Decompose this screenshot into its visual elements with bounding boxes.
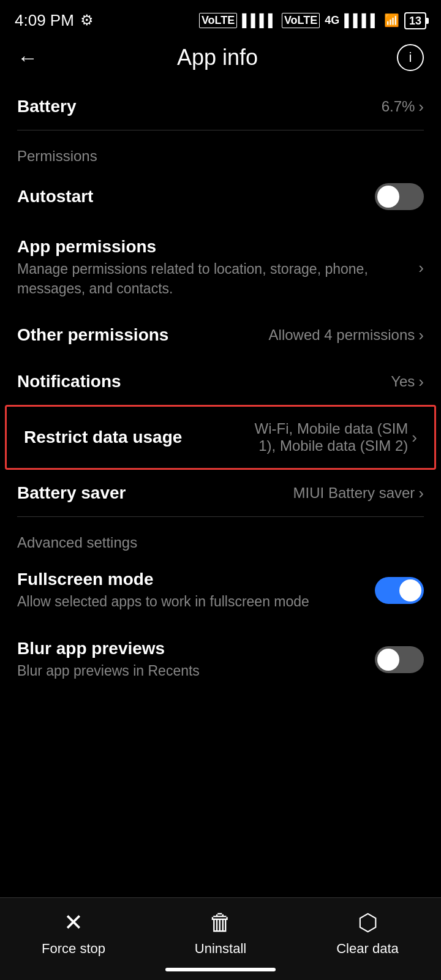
restrict-data-usage-row[interactable]: Restrict data usage Wi-Fi, Mobile data (…: [5, 405, 436, 470]
chevron-right-icon: ›: [418, 326, 424, 345]
blur-app-previews-label: Blur app previews: [17, 639, 375, 658]
battery-icon: 13: [404, 13, 426, 28]
force-stop-icon: ✕: [64, 909, 83, 936]
toggle-knob: [377, 186, 399, 208]
other-permissions-value: Allowed 4 permissions: [269, 326, 415, 344]
app-permissions-sub: Manage permissions related to location, …: [17, 259, 418, 298]
force-stop-button[interactable]: ✕ Force stop: [0, 909, 147, 957]
notifications-value: Yes: [391, 373, 415, 390]
chevron-right-icon: ›: [418, 97, 424, 116]
uninstall-button[interactable]: 🗑 Uninstall: [147, 910, 294, 957]
signal1-icon: ▌▌▌▌: [242, 13, 277, 28]
fullscreen-mode-toggle[interactable]: [375, 577, 424, 604]
wifi-icon: 📶: [384, 13, 399, 28]
fullscreen-mode-label: Fullscreen mode: [17, 570, 375, 589]
bottom-actions: ✕ Force stop 🗑 Uninstall ⬡ Clear data: [0, 898, 441, 962]
home-indicator: [165, 968, 276, 971]
uninstall-label: Uninstall: [195, 941, 246, 957]
other-permissions-row[interactable]: Other permissions Allowed 4 permissions …: [0, 312, 441, 358]
restrict-data-value: Wi-Fi, Mobile data (SIM 1), Mobile data …: [233, 420, 408, 454]
battery-row[interactable]: Battery 6.7% ›: [0, 83, 441, 130]
blur-app-previews-sub: Blur app previews in Recents: [17, 661, 375, 680]
bottom-spacer: [0, 694, 441, 780]
toggle-knob: [377, 649, 399, 671]
app-permissions-row[interactable]: App permissions Manage permissions relat…: [0, 224, 441, 312]
chevron-right-icon: ›: [418, 372, 424, 391]
chevron-right-icon: ›: [412, 428, 417, 447]
signal2-icon: ▌▌▌▌: [344, 13, 379, 28]
bottom-bar: ✕ Force stop 🗑 Uninstall ⬡ Clear data: [0, 897, 441, 980]
volte1-icon: VoLTE: [199, 13, 237, 28]
gear-icon: ⚙: [80, 12, 94, 29]
autostart-label: Autostart: [17, 187, 375, 206]
4g-icon: 4G: [325, 14, 339, 27]
chevron-right-icon: ›: [418, 484, 424, 503]
battery-saver-row[interactable]: Battery saver MIUI Battery saver ›: [0, 470, 441, 516]
app-permissions-label: App permissions: [17, 237, 418, 257]
toggle-knob: [399, 579, 421, 601]
autostart-toggle[interactable]: [375, 183, 424, 210]
status-icons: VoLTE ▌▌▌▌ VoLTE 4G ▌▌▌▌ 📶 13: [199, 13, 426, 28]
status-time: 4:09 PM ⚙: [15, 11, 94, 30]
battery-value: 6.7%: [382, 98, 415, 115]
battery-saver-value: MIUI Battery saver: [293, 484, 415, 502]
force-stop-label: Force stop: [42, 941, 105, 957]
status-bar: 4:09 PM ⚙ VoLTE ▌▌▌▌ VoLTE 4G ▌▌▌▌ 📶 13: [0, 0, 441, 37]
fullscreen-mode-row[interactable]: Fullscreen mode Allow selected apps to w…: [0, 556, 441, 625]
autostart-row[interactable]: Autostart: [0, 170, 441, 224]
top-bar: ← App info i: [0, 37, 441, 83]
blur-app-previews-row[interactable]: Blur app previews Blur app previews in R…: [0, 625, 441, 694]
other-permissions-label: Other permissions: [17, 325, 269, 345]
clear-data-label: Clear data: [336, 941, 399, 957]
notifications-label: Notifications: [17, 372, 391, 391]
fullscreen-mode-sub: Allow selected apps to work in fullscree…: [17, 592, 375, 611]
notifications-row[interactable]: Notifications Yes ›: [0, 358, 441, 405]
volte2-icon: VoLTE: [282, 13, 320, 28]
blur-app-previews-toggle[interactable]: [375, 646, 424, 673]
chevron-right-icon: ›: [418, 258, 424, 277]
restrict-data-label: Restrict data usage: [24, 428, 233, 447]
page-title: App info: [177, 45, 258, 70]
clear-data-icon: ⬡: [358, 909, 378, 936]
back-button[interactable]: ←: [17, 46, 38, 70]
clear-data-button[interactable]: ⬡ Clear data: [294, 909, 441, 957]
advanced-section-label: Advanced settings: [0, 517, 441, 556]
permissions-section-label: Permissions: [0, 130, 441, 170]
battery-label: Battery: [17, 97, 382, 116]
battery-saver-label: Battery saver: [17, 483, 293, 503]
info-button[interactable]: i: [397, 44, 424, 71]
info-icon: i: [409, 50, 412, 66]
uninstall-icon: 🗑: [209, 910, 232, 936]
